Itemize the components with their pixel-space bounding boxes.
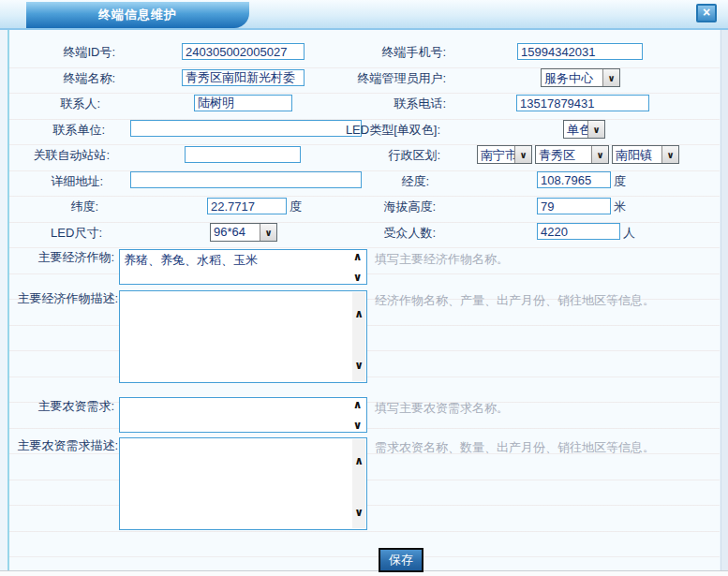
scroll-up-icon[interactable]: ∧ <box>353 399 363 410</box>
led-type-select[interactable]: 单色 ∨ <box>563 120 605 139</box>
region-town-value: 南阳镇 <box>613 146 661 163</box>
led-size-label: LED尺寸: <box>0 226 102 241</box>
scroll-up-icon[interactable]: ∧ <box>352 454 365 467</box>
altitude-unit: 米 <box>614 199 626 214</box>
main-crops-desc-label: 主要经济作物描述: <box>0 291 118 306</box>
chevron-down-icon[interactable]: ∨ <box>587 121 604 138</box>
agri-needs-hint: 填写主要农资需求名称。 <box>375 400 509 417</box>
contact-phone-input[interactable] <box>516 95 649 111</box>
agri-needs-desc-scrollbar[interactable]: ∧ ∨ <box>352 439 365 528</box>
longitude-input[interactable] <box>537 171 611 188</box>
agri-needs-textarea[interactable]: ∧ ∨ <box>119 397 367 433</box>
terminal-phone-input[interactable] <box>517 43 643 60</box>
chevron-down-icon[interactable]: ∨ <box>602 69 619 86</box>
led-type-label: LED类型[单双色]: <box>281 123 440 138</box>
terminal-admin-value: 服务中心 <box>542 69 602 86</box>
latitude-input[interactable] <box>207 198 287 214</box>
scroll-up-icon[interactable]: ∧ <box>353 251 363 262</box>
contact-person-label: 联系人: <box>0 96 100 111</box>
title-bar: 终端信息维护 × <box>0 0 728 30</box>
region-town-select[interactable]: 南阳镇 ∨ <box>612 145 679 164</box>
save-button[interactable]: 保存 <box>379 548 423 572</box>
main-crops-hint: 填写主要经济作物名称。 <box>375 251 509 268</box>
dialog-terminal-info: 终端信息维护 × 终端ID号: 终端手机号: 终端名称: 终端管理员用户: 服务… <box>0 0 728 576</box>
region-district-select[interactable]: 青秀区 ∨ <box>535 145 609 164</box>
scroll-down-icon[interactable]: ∨ <box>353 272 363 283</box>
agri-needs-label: 主要农资需求: <box>0 399 114 414</box>
main-crops-label: 主要经济作物: <box>0 250 114 265</box>
chevron-down-icon[interactable]: ∨ <box>260 224 276 241</box>
scroll-up-icon[interactable]: ∧ <box>352 307 365 320</box>
led-size-value: 96*64 <box>211 224 260 241</box>
audience-label: 受众人数: <box>281 226 436 241</box>
admin-region-label: 行政区划: <box>281 148 440 163</box>
main-crops-text: 养猪、养兔、水稻、玉米 <box>124 252 348 268</box>
main-crops-scrollbar[interactable]: ∧ ∨ <box>350 251 364 283</box>
audience-input[interactable] <box>537 223 620 240</box>
led-size-select[interactable]: 96*64 ∨ <box>210 223 277 242</box>
altitude-label: 海拔高度: <box>281 199 436 214</box>
terminal-id-label: 终端ID号: <box>0 45 115 60</box>
scroll-down-icon[interactable]: ∨ <box>352 359 365 372</box>
contact-person-input[interactable] <box>194 95 292 111</box>
main-crops-textarea[interactable]: 养猪、养兔、水稻、玉米 ∧ ∨ <box>119 249 367 285</box>
right-strip <box>721 30 728 570</box>
chevron-down-icon[interactable]: ∨ <box>591 146 608 163</box>
audience-unit: 人 <box>623 226 635 241</box>
agri-needs-desc-textarea[interactable]: ∧ ∨ <box>119 437 367 530</box>
scroll-down-icon[interactable]: ∨ <box>352 506 365 519</box>
terminal-admin-select[interactable]: 服务中心 ∨ <box>541 68 620 87</box>
contact-unit-label: 联系单位: <box>0 123 105 138</box>
main-crops-desc-scrollbar[interactable]: ∧ ∨ <box>352 292 365 381</box>
bottom-pad <box>0 571 728 576</box>
terminal-name-label: 终端名称: <box>0 71 115 86</box>
address-label: 详细地址: <box>0 174 103 189</box>
dialog-title: 终端信息维护 <box>26 2 249 28</box>
region-district-value: 青秀区 <box>536 146 591 163</box>
linked-station-label: 关联自动站站: <box>0 148 110 163</box>
led-type-value: 单色 <box>564 121 587 138</box>
agri-needs-desc-hint: 需求农资名称、数量、出产月份、销往地区等信息。 <box>375 439 655 456</box>
scroll-down-icon[interactable]: ∨ <box>353 420 363 431</box>
chevron-down-icon[interactable]: ∨ <box>661 146 678 163</box>
close-icon[interactable]: × <box>696 4 717 22</box>
agri-needs-scrollbar[interactable]: ∧ ∨ <box>350 399 364 431</box>
altitude-input[interactable] <box>537 198 611 214</box>
longitude-unit: 度 <box>614 174 626 189</box>
terminal-admin-label: 终端管理员用户: <box>281 71 446 86</box>
longitude-label: 经度: <box>281 174 429 189</box>
contact-phone-label: 联系电话: <box>281 96 446 111</box>
main-crops-desc-textarea[interactable]: ∧ ∨ <box>119 290 367 383</box>
terminal-phone-label: 终端手机号: <box>281 45 446 60</box>
chevron-down-icon[interactable]: ∨ <box>514 146 531 163</box>
region-city-select[interactable]: 南宁市 ∨ <box>477 145 532 164</box>
main-crops-desc-hint: 经济作物名称、产量、出产月份、销往地区等信息。 <box>375 292 655 309</box>
latitude-label: 纬度: <box>0 199 98 214</box>
region-city-value: 南宁市 <box>478 146 514 163</box>
agri-needs-desc-label: 主要农资需求描述: <box>0 438 118 453</box>
